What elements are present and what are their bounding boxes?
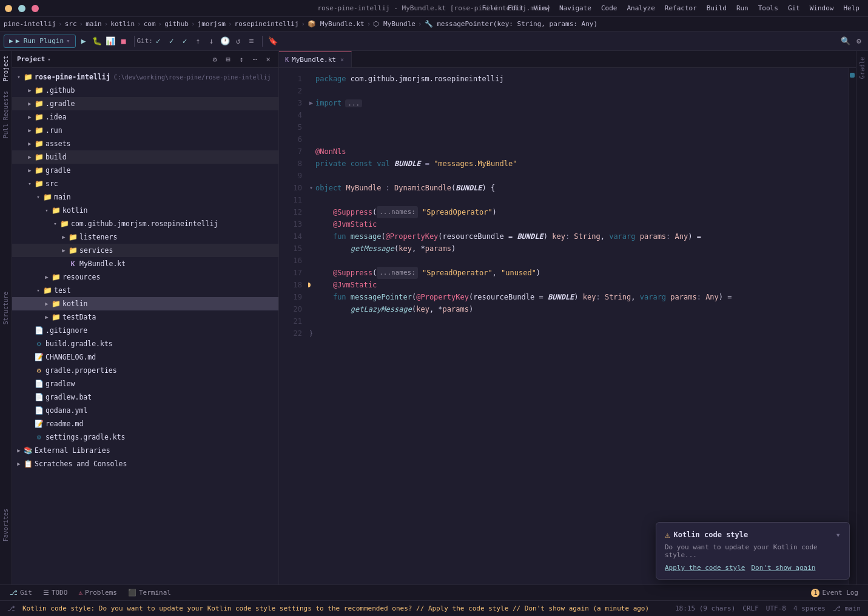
fold-icon-22[interactable]: } bbox=[308, 329, 315, 338]
code-editor[interactable]: package com.github.jmorjsm.rosepineintel… bbox=[308, 68, 849, 584]
gradle-tab[interactable]: Gradle bbox=[858, 53, 867, 82]
favorites-tab[interactable]: Favorites bbox=[0, 504, 12, 546]
apply-code-style-link[interactable]: Apply the code style bbox=[665, 564, 745, 572]
tree-item-gradle[interactable]: ▶ 📁 .gradle bbox=[12, 97, 278, 110]
pull-requests-tab[interactable]: Pull Requests bbox=[0, 86, 12, 143]
editor-scrollbar[interactable] bbox=[849, 68, 856, 584]
git-revert[interactable]: ↺ bbox=[233, 36, 244, 47]
project-dropdown[interactable]: ▾ bbox=[47, 56, 50, 62]
breadcrumb-mybundle-obj[interactable]: ⬡ MyBundle bbox=[373, 20, 415, 28]
panel-sort-icon[interactable]: ↕ bbox=[236, 54, 247, 65]
tree-item-kotlin-test[interactable]: ▶ 📁 kotlin bbox=[12, 297, 278, 310]
problems-tab[interactable]: ⚠ Problems bbox=[73, 586, 122, 600]
tree-item-gitignore[interactable]: 📄 .gitignore bbox=[12, 324, 278, 337]
status-message[interactable]: Kotlin code style: Do you want to update… bbox=[20, 604, 651, 612]
git-tab[interactable]: ⎇ Git bbox=[5, 586, 37, 600]
tree-item-changelog[interactable]: 📝 CHANGELOG.md bbox=[12, 350, 278, 364]
stop-button[interactable]: ■ bbox=[118, 36, 129, 47]
menu-git[interactable]: Git bbox=[784, 3, 804, 13]
dont-show-again-link[interactable]: Don't show again bbox=[751, 564, 815, 572]
run-plugin-button[interactable]: ▶ ▶ Run Plugin ▾ bbox=[4, 35, 76, 48]
panel-layout-icon[interactable]: ⊞ bbox=[223, 54, 234, 65]
tree-item-assets[interactable]: ▶ 📁 assets bbox=[12, 137, 278, 150]
fold-icon-10[interactable]: ▾ bbox=[308, 184, 315, 192]
git-more[interactable]: ≡ bbox=[246, 36, 257, 47]
tree-item-gradlew-bat[interactable]: 📄 gradlew.bat bbox=[12, 390, 278, 404]
notification-close-button[interactable]: ▾ bbox=[836, 530, 841, 540]
status-line-sep[interactable]: CRLF bbox=[740, 604, 761, 612]
maximize-button[interactable] bbox=[18, 5, 25, 12]
event-log-tab[interactable]: 1 Event Log bbox=[806, 586, 863, 600]
git-check3[interactable]: ✓ bbox=[180, 36, 190, 47]
close-button[interactable] bbox=[32, 5, 39, 12]
breadcrumb-src[interactable]: src bbox=[65, 20, 77, 28]
debug-button[interactable]: 🐛 bbox=[92, 36, 103, 47]
menu-window[interactable]: Window bbox=[806, 3, 838, 13]
coverage-button[interactable]: 📊 bbox=[105, 36, 116, 47]
tree-item-gradlew[interactable]: 📄 gradlew bbox=[12, 377, 278, 390]
menu-analyze[interactable]: Analyze bbox=[623, 3, 658, 13]
fold-icon[interactable]: ▶ bbox=[308, 99, 315, 107]
breadcrumb-github[interactable]: github bbox=[164, 20, 189, 28]
menu-refactor[interactable]: Refactor bbox=[661, 3, 701, 13]
status-encoding[interactable]: UTF-8 bbox=[764, 604, 789, 612]
play-button[interactable]: ▶ bbox=[78, 36, 89, 47]
git-check2[interactable]: ✓ bbox=[166, 36, 177, 47]
status-position[interactable]: 18:15 (9 chars) bbox=[673, 604, 738, 612]
tree-item-services[interactable]: ▶ 📁 services bbox=[12, 244, 278, 257]
breadcrumb-kotlin[interactable]: kotlin bbox=[110, 20, 135, 28]
tree-item-build-gradle[interactable]: ⚙ build.gradle.kts bbox=[12, 337, 278, 350]
tree-item-kotlin-main[interactable]: ▾ 📁 kotlin bbox=[12, 204, 278, 217]
breadcrumb-jmorjsm[interactable]: jmorjsm bbox=[198, 20, 226, 28]
menu-build[interactable]: Build bbox=[703, 3, 730, 13]
menu-tools[interactable]: Tools bbox=[755, 3, 782, 13]
terminal-tab[interactable]: ⬛ Terminal bbox=[123, 586, 176, 600]
git-pull[interactable]: ↓ bbox=[206, 36, 217, 47]
breadcrumb-mybundle-file[interactable]: 📦 MyBundle.kt bbox=[308, 20, 364, 28]
panel-cog-icon[interactable]: ⚙ bbox=[209, 54, 220, 65]
tree-item-listeners[interactable]: ▶ 📁 listeners bbox=[12, 230, 278, 244]
tree-item-github[interactable]: ▶ 📁 .github bbox=[12, 84, 278, 97]
search-button[interactable]: 🔍 bbox=[840, 36, 851, 47]
structure-tab[interactable]: Structure bbox=[0, 287, 12, 329]
tree-item-resources[interactable]: ▶ 📁 resources bbox=[12, 270, 278, 284]
tree-item-qodana[interactable]: 📄 qodana.yml bbox=[12, 404, 278, 417]
menu-help[interactable]: Help bbox=[840, 3, 864, 13]
todo-tab[interactable]: ☰ TODO bbox=[38, 586, 73, 600]
panel-close-icon[interactable]: × bbox=[263, 54, 274, 65]
git-push[interactable]: ↑ bbox=[193, 36, 204, 47]
status-git-icon[interactable]: ⎇ bbox=[5, 604, 18, 612]
tree-item-idea[interactable]: ▶ 📁 .idea bbox=[12, 110, 278, 124]
tree-item-src[interactable]: ▾ 📁 src bbox=[12, 177, 278, 190]
tree-item-gradle2[interactable]: ▶ 📁 gradle bbox=[12, 164, 278, 177]
git-history[interactable]: 🕐 bbox=[220, 36, 230, 47]
tree-item-testdata[interactable]: ▶ 📁 testData bbox=[12, 310, 278, 324]
tree-item-readme[interactable]: 📝 readme.md bbox=[12, 417, 278, 430]
tree-item-settings-gradle[interactable]: ⚙ settings.gradle.kts bbox=[12, 430, 278, 444]
status-indent[interactable]: 4 spaces bbox=[791, 604, 828, 612]
editor-tab-mybundle[interactable]: K MyBundle.kt × bbox=[279, 52, 352, 67]
project-panel-tab[interactable]: Project bbox=[0, 51, 12, 86]
status-branch[interactable]: ⎇ main bbox=[830, 604, 863, 612]
git-check1[interactable]: ✓ bbox=[153, 36, 164, 47]
panel-settings-icon[interactable]: ⋯ bbox=[249, 54, 260, 65]
menu-navigate[interactable]: Navigate bbox=[556, 3, 595, 13]
minimize-button[interactable] bbox=[5, 5, 12, 12]
breadcrumb-messagepointer[interactable]: 🔧 messagePointer(key: String, params: An… bbox=[425, 20, 598, 28]
tree-item-run[interactable]: ▶ 📁 .run bbox=[12, 124, 278, 137]
bookmark-button[interactable]: 🔖 bbox=[267, 36, 278, 47]
breadcrumb-com[interactable]: com bbox=[144, 20, 156, 28]
menu-run[interactable]: Run bbox=[733, 3, 752, 13]
settings-button[interactable]: ⚙ bbox=[853, 36, 864, 47]
tree-item-ext-libs[interactable]: ▶ 📚 External Libraries bbox=[12, 444, 278, 457]
tab-close-button[interactable]: × bbox=[339, 56, 345, 64]
tree-item-gradle-props[interactable]: ⚙ gradle.properties bbox=[12, 364, 278, 377]
tree-item-root[interactable]: ▾ 📁 rose-pine-intellij C:\dev\working\ro… bbox=[12, 70, 278, 84]
breadcrumb-rosepine[interactable]: rosepineintellij bbox=[235, 20, 299, 28]
breadcrumb-pine[interactable]: pine-intellij bbox=[4, 20, 56, 28]
tree-item-scratches[interactable]: ▶ 📋 Scratches and Consoles bbox=[12, 457, 278, 470]
tree-item-com-github[interactable]: ▾ 📁 com.github.jmorjsm.rosepineintellij bbox=[12, 217, 278, 230]
tree-item-test[interactable]: ▾ 📁 test bbox=[12, 284, 278, 297]
tree-item-main[interactable]: ▾ 📁 main bbox=[12, 190, 278, 204]
breadcrumb-main[interactable]: main bbox=[86, 20, 102, 28]
